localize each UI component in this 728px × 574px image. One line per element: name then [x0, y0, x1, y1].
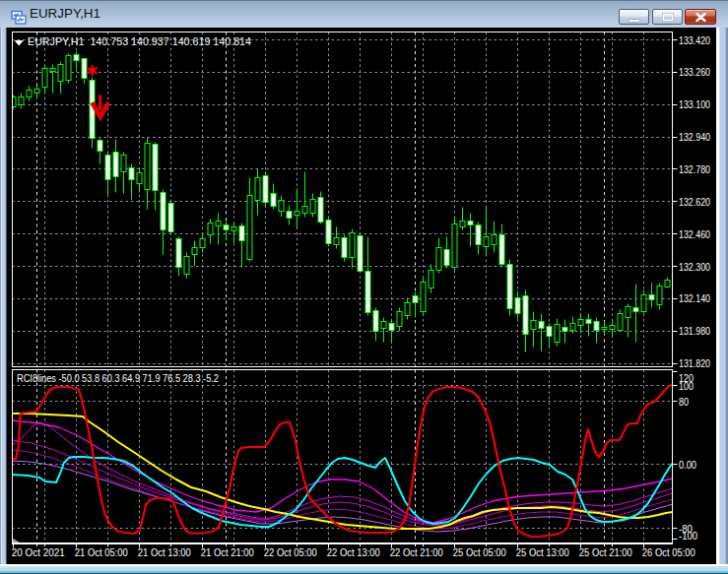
- svg-text:EURJPY,H1: EURJPY,H1: [30, 7, 100, 21]
- svg-text:133.420: 133.420: [679, 34, 710, 46]
- svg-text:25 Oct 05:00: 25 Oct 05:00: [453, 546, 506, 558]
- svg-text:132.140: 132.140: [679, 292, 710, 304]
- svg-text:131.820: 131.820: [679, 357, 710, 369]
- svg-text:100: 100: [679, 380, 694, 392]
- svg-text:EURJPY,H1 140.753 140.937 140: EURJPY,H1 140.753 140.937 140.619 140.81…: [28, 35, 251, 47]
- svg-text:80: 80: [679, 396, 689, 408]
- svg-text:132.300: 132.300: [679, 261, 710, 273]
- svg-text:133.100: 133.100: [679, 98, 710, 110]
- svg-text:22 Oct 13:00: 22 Oct 13:00: [327, 546, 380, 558]
- svg-text:25 Oct 21:00: 25 Oct 21:00: [579, 546, 632, 558]
- svg-text:0.00: 0.00: [679, 459, 696, 471]
- svg-text:20 Oct 2021: 20 Oct 2021: [12, 546, 65, 558]
- svg-text:21 Oct 05:00: 21 Oct 05:00: [75, 546, 128, 558]
- svg-text:133.260: 133.260: [679, 66, 710, 78]
- svg-text:132.780: 132.780: [679, 163, 710, 175]
- svg-text:132.460: 132.460: [679, 228, 710, 240]
- svg-text:RCI8lines -50.0 53.8 60.3 64.9: RCI8lines -50.0 53.8 60.3 64.9 71.9 76.5…: [17, 372, 219, 384]
- svg-text:131.980: 131.980: [679, 325, 710, 337]
- svg-text:21 Oct 13:00: 21 Oct 13:00: [138, 546, 191, 558]
- svg-text:25 Oct 13:00: 25 Oct 13:00: [516, 546, 569, 558]
- svg-text:21 Oct 21:00: 21 Oct 21:00: [201, 546, 254, 558]
- svg-text:22 Oct 05:00: 22 Oct 05:00: [264, 546, 317, 558]
- svg-text:26 Oct 05:00: 26 Oct 05:00: [642, 546, 695, 558]
- svg-text:132.940: 132.940: [679, 131, 710, 143]
- svg-text:22 Oct 21:00: 22 Oct 21:00: [390, 546, 443, 558]
- svg-text:132.620: 132.620: [679, 196, 710, 208]
- svg-text:-100: -100: [679, 530, 697, 542]
